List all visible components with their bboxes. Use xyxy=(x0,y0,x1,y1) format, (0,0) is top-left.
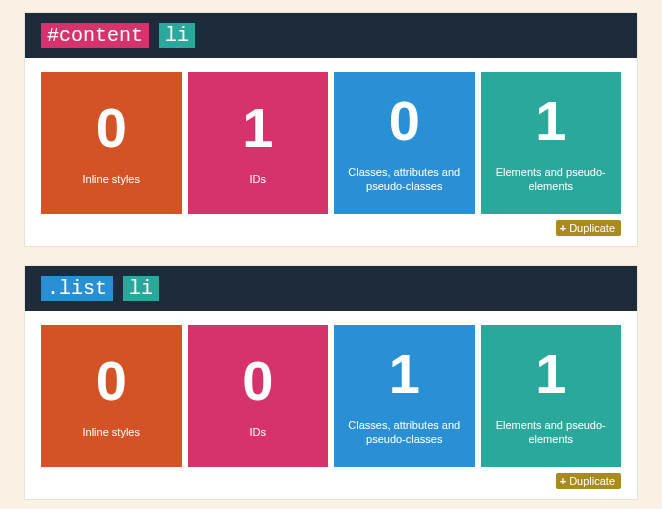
tile-inline-styles: 0 Inline styles xyxy=(41,325,182,467)
specificity-grid: 0 Inline styles 1 IDs 0 Classes, attribu… xyxy=(25,58,637,220)
selector-bar: #content li xyxy=(25,13,637,58)
duplicate-label: Duplicate xyxy=(569,475,615,487)
tile-value: 0 xyxy=(96,100,127,156)
tile-elements: 1 Elements and pseudo-elements xyxy=(481,325,622,467)
plus-icon: + xyxy=(560,222,566,234)
tile-value: 1 xyxy=(535,346,566,402)
tile-ids: 0 IDs xyxy=(188,325,329,467)
tile-inline-styles: 0 Inline styles xyxy=(41,72,182,214)
selector-token-element: li xyxy=(123,276,159,301)
tile-label: Classes, attributes and pseudo-classes xyxy=(340,418,469,447)
tile-label: IDs xyxy=(250,425,267,439)
tile-classes: 1 Classes, attributes and pseudo-classes xyxy=(334,325,475,467)
specificity-card: #content li 0 Inline styles 1 IDs 0 Clas… xyxy=(24,12,638,247)
specificity-grid: 0 Inline styles 0 IDs 1 Classes, attribu… xyxy=(25,311,637,473)
tile-label: Elements and pseudo-elements xyxy=(487,418,616,447)
plus-icon: + xyxy=(560,475,566,487)
tile-label: Elements and pseudo-elements xyxy=(487,165,616,194)
duplicate-label: Duplicate xyxy=(569,222,615,234)
card-footer: + Duplicate xyxy=(25,473,637,493)
tile-value: 0 xyxy=(96,353,127,409)
tile-elements: 1 Elements and pseudo-elements xyxy=(481,72,622,214)
tile-label: Classes, attributes and pseudo-classes xyxy=(340,165,469,194)
tile-value: 0 xyxy=(242,353,273,409)
card-footer: + Duplicate xyxy=(25,220,637,240)
selector-token-id: #content xyxy=(41,23,149,48)
tile-value: 0 xyxy=(389,93,420,149)
tile-value: 1 xyxy=(389,346,420,402)
selector-bar: .list li xyxy=(25,266,637,311)
tile-label: Inline styles xyxy=(83,425,140,439)
tile-ids: 1 IDs xyxy=(188,72,329,214)
duplicate-button[interactable]: + Duplicate xyxy=(556,220,621,236)
tile-classes: 0 Classes, attributes and pseudo-classes xyxy=(334,72,475,214)
duplicate-button[interactable]: + Duplicate xyxy=(556,473,621,489)
tile-label: Inline styles xyxy=(83,172,140,186)
specificity-card: .list li 0 Inline styles 0 IDs 1 Classes… xyxy=(24,265,638,500)
tile-value: 1 xyxy=(535,93,566,149)
tile-value: 1 xyxy=(242,100,273,156)
selector-token-class: .list xyxy=(41,276,113,301)
tile-label: IDs xyxy=(250,172,267,186)
selector-token-element: li xyxy=(159,23,195,48)
